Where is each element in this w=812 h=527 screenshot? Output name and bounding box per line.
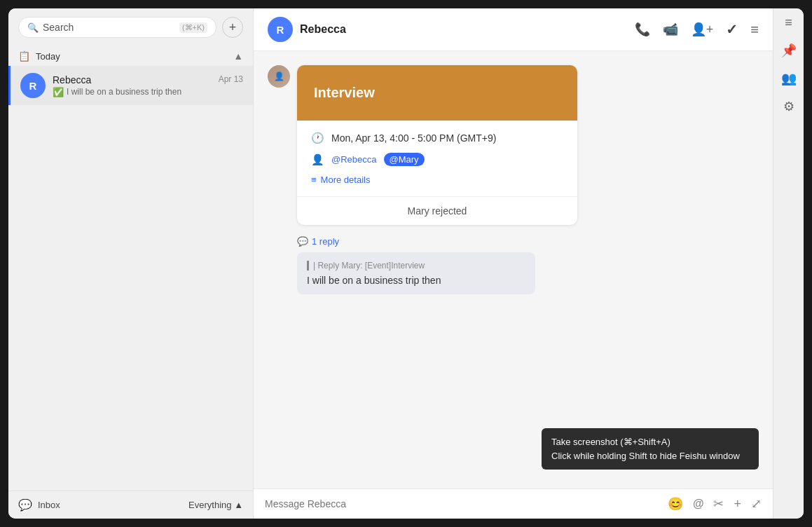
event-time-row: 🕐 Mon, Apr 13, 4:00 - 5:00 PM (GMT+9) bbox=[311, 132, 563, 144]
attach-icon[interactable]: + bbox=[734, 497, 741, 512]
tooltip-line1: Take screenshot (⌘+Shift+A) bbox=[551, 435, 749, 449]
reply-count-label: 1 reply bbox=[312, 236, 339, 247]
more-details-link[interactable]: ≡ More details bbox=[311, 174, 563, 185]
sidebar-bottom: 💬 Inbox Everything ▲ bbox=[8, 491, 253, 519]
chat-header-name: Rebecca bbox=[300, 23, 635, 36]
conv-preview: ✅ I will be on a business trip then bbox=[53, 87, 243, 97]
settings-panel-icon[interactable]: ⚙ bbox=[783, 99, 794, 114]
emoji-icon[interactable]: 😊 bbox=[668, 496, 683, 512]
at-icon[interactable]: @ bbox=[693, 498, 704, 510]
conversation-item-rebecca[interactable]: R Rebecca Apr 13 ✅ I will be on a busine… bbox=[8, 66, 253, 105]
search-icon: 🔍 bbox=[27, 22, 39, 33]
conv-date: Apr 13 bbox=[219, 74, 243, 85]
section-title: Today bbox=[36, 51, 228, 62]
chat-input-bar: 😊 @ ✂ + ⤢ Take screenshot (⌘+Shift+A) Cl… bbox=[254, 488, 773, 519]
reply-header: | Reply Mary: [Event]Interview bbox=[307, 261, 525, 271]
reply-count[interactable]: 💬 1 reply bbox=[297, 236, 759, 247]
attendee-mary[interactable]: @Mary bbox=[384, 153, 425, 166]
event-status: Mary rejected bbox=[408, 205, 467, 217]
list-panel-icon[interactable]: ≡ bbox=[785, 15, 792, 30]
chat-header-avatar: R bbox=[268, 17, 293, 42]
chat-area: R Rebecca 📞 📹 👤+ ✓ ≡ 👤 Interview bbox=[254, 8, 773, 519]
inbox-label: Inbox bbox=[38, 500, 60, 510]
header-actions: 📞 📹 👤+ ✓ ≡ bbox=[635, 21, 759, 38]
more-details-icon: ≡ bbox=[311, 174, 317, 185]
sender-avatar: 👤 bbox=[268, 65, 290, 88]
right-panel: ≡ 📌 👥 ⚙ bbox=[773, 8, 804, 519]
conv-name-row: Rebecca Apr 13 bbox=[53, 74, 243, 85]
people-icon: 👤 bbox=[311, 153, 324, 166]
event-title: Interview bbox=[314, 85, 560, 101]
event-card-body: 🕐 Mon, Apr 13, 4:00 - 5:00 PM (GMT+9) 👤 … bbox=[297, 121, 577, 196]
more-details-label: More details bbox=[321, 174, 371, 185]
add-user-icon[interactable]: 👤+ bbox=[691, 22, 714, 37]
section-today-header: 📋 Today ▲ bbox=[8, 46, 253, 66]
screenshot-tooltip: Take screenshot (⌘+Shift+A) Click while … bbox=[542, 428, 759, 470]
search-shortcut: (⌘+K) bbox=[179, 22, 207, 33]
new-conversation-button[interactable]: + bbox=[222, 17, 243, 38]
filter-label[interactable]: Everything ▲ bbox=[188, 500, 243, 510]
contacts-panel-icon[interactable]: 👥 bbox=[781, 71, 797, 86]
chat-header: R Rebecca 📞 📹 👤+ ✓ ≡ bbox=[254, 8, 773, 51]
clock-icon: 🕐 bbox=[311, 132, 324, 144]
list-icon[interactable]: ≡ bbox=[750, 22, 759, 38]
phone-icon[interactable]: 📞 bbox=[635, 22, 650, 37]
pin-panel-icon[interactable]: 📌 bbox=[781, 43, 797, 58]
message-row-event: 👤 Interview 🕐 Mon, Apr 13, 4:00 - 5:00 P… bbox=[268, 65, 759, 225]
collapse-button[interactable]: ▲ bbox=[233, 50, 243, 62]
event-card-header: Interview bbox=[297, 65, 577, 121]
input-actions: 😊 @ ✂ + ⤢ bbox=[668, 496, 762, 512]
event-footer: Mary rejected bbox=[297, 196, 577, 225]
reply-text: I will be on a business trip then bbox=[307, 275, 525, 286]
conv-preview-text: I will be on a business trip then bbox=[67, 87, 181, 97]
sidebar: 🔍 Search (⌘+K) + 📋 Today ▲ R Rebecca Apr… bbox=[8, 8, 254, 519]
app-window: 🔍 Search (⌘+K) + 📋 Today ▲ R Rebecca Apr… bbox=[8, 8, 804, 519]
messages-area: 👤 Interview 🕐 Mon, Apr 13, 4:00 - 5:00 P… bbox=[254, 51, 773, 488]
inbox-icon: 💬 bbox=[18, 498, 32, 512]
search-bar: 🔍 Search (⌘+K) + bbox=[8, 8, 253, 46]
message-input[interactable] bbox=[265, 498, 661, 509]
today-icon: 📋 bbox=[18, 50, 30, 62]
scissors-icon[interactable]: ✂ bbox=[713, 496, 724, 512]
header-avatar-letter: R bbox=[277, 24, 284, 36]
tooltip-line2: Click while holding Shift to hide Feishu… bbox=[551, 449, 749, 463]
reply-bubble: | Reply Mary: [Event]Interview I will be… bbox=[297, 252, 535, 294]
search-label: Search bbox=[43, 22, 175, 33]
check-icon: ✅ bbox=[53, 87, 64, 97]
avatar: R bbox=[20, 73, 46, 98]
video-icon[interactable]: 📹 bbox=[663, 22, 678, 37]
event-attendees-row: 👤 @Rebecca @Mary bbox=[311, 153, 563, 166]
event-time: Mon, Apr 13, 4:00 - 5:00 PM (GMT+9) bbox=[331, 132, 496, 144]
reply-icon: 💬 bbox=[297, 236, 308, 247]
search-input-wrap[interactable]: 🔍 Search (⌘+K) bbox=[18, 17, 216, 38]
conv-name: Rebecca bbox=[53, 74, 91, 85]
conv-info: Rebecca Apr 13 ✅ I will be on a business… bbox=[53, 74, 243, 97]
expand-icon[interactable]: ⤢ bbox=[751, 496, 762, 512]
attendee-rebecca[interactable]: @Rebecca bbox=[331, 154, 377, 165]
event-card: Interview 🕐 Mon, Apr 13, 4:00 - 5:00 PM … bbox=[297, 65, 577, 225]
check-mark-icon[interactable]: ✓ bbox=[726, 21, 738, 38]
